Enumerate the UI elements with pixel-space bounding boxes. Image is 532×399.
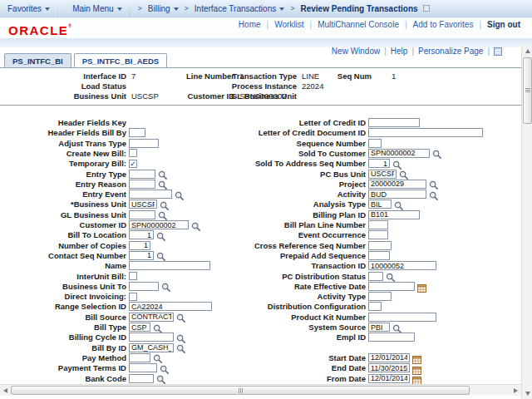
input-gl-business-unit[interactable] bbox=[129, 210, 155, 219]
input-event-occurrence[interactable] bbox=[368, 230, 388, 239]
scroll-left-button[interactable] bbox=[0, 385, 11, 396]
input-customer-id[interactable] bbox=[129, 220, 189, 229]
input-letter-of-credit-id[interactable] bbox=[368, 118, 420, 127]
input-pay-method[interactable] bbox=[129, 353, 150, 362]
lookup-icon-customer-id[interactable] bbox=[191, 220, 201, 230]
scroll-up-button[interactable] bbox=[522, 46, 532, 57]
checkbox-direct-invoicing[interactable] bbox=[129, 293, 137, 301]
input-rate-effective-date[interactable] bbox=[368, 282, 415, 291]
lookup-icon-bill-to-location[interactable] bbox=[156, 230, 166, 240]
lookup-icon-pay-method[interactable] bbox=[153, 352, 163, 362]
scroll-right-button[interactable] bbox=[510, 385, 521, 396]
vertical-scroll-thumb[interactable] bbox=[523, 57, 532, 124]
input-activity-type[interactable] bbox=[368, 292, 392, 301]
input-bill-by-id[interactable] bbox=[129, 343, 174, 352]
lookup-icon-activity[interactable] bbox=[429, 190, 439, 200]
input-business-unit-to[interactable] bbox=[129, 282, 159, 291]
link-new-window[interactable]: New Window bbox=[332, 47, 380, 56]
input-range-selection-id[interactable] bbox=[129, 302, 212, 311]
input-number-of-copies[interactable] bbox=[129, 241, 150, 250]
lookup-icon-bill-by-id[interactable] bbox=[176, 342, 186, 352]
tab-ps-intfc-bi-aeds[interactable]: PS_INTFC_BI_AEDS bbox=[74, 53, 167, 67]
link-personalize-page[interactable]: Personalize Page bbox=[418, 47, 483, 56]
input-payment-terms-id[interactable] bbox=[129, 363, 157, 372]
lookup-icon-entry-event[interactable] bbox=[175, 190, 185, 200]
input-cross-reference-seq-number[interactable] bbox=[368, 241, 392, 250]
lookup-icon-business-unit[interactable] bbox=[160, 200, 170, 209]
calendar-icon-start-date[interactable] bbox=[412, 352, 422, 362]
input-bill-to-location[interactable] bbox=[129, 230, 154, 239]
horizontal-scrollbar[interactable] bbox=[0, 384, 521, 395]
input-bill-type[interactable] bbox=[129, 323, 150, 332]
input-activity[interactable] bbox=[368, 190, 426, 199]
calendar-icon-rate-effective-date[interactable] bbox=[417, 281, 427, 291]
horizontal-scroll-thumb[interactable] bbox=[11, 386, 470, 395]
nav-sign-out[interactable]: Sign out bbox=[487, 20, 520, 29]
input-name[interactable] bbox=[129, 261, 210, 270]
nav-worklist[interactable]: Worklist bbox=[274, 20, 303, 29]
lookup-icon-analysis-type[interactable] bbox=[394, 200, 404, 209]
input-empl-id[interactable] bbox=[368, 332, 415, 342]
input-system-source[interactable] bbox=[368, 323, 390, 332]
input-billing-cycle-id[interactable] bbox=[129, 332, 174, 342]
calendar-icon-from-date[interactable] bbox=[412, 373, 422, 383]
input-contact-seq-number[interactable] bbox=[129, 251, 154, 260]
input-analysis-type[interactable] bbox=[368, 200, 392, 209]
input-letter-of-credit-document-id[interactable] bbox=[368, 128, 483, 137]
checkbox-create-new-bill[interactable] bbox=[129, 149, 137, 157]
input-billing-plan-id[interactable] bbox=[368, 210, 420, 219]
input-sold-to-address-seq-number[interactable] bbox=[368, 159, 390, 168]
input-prepaid-add-sequence[interactable] bbox=[368, 251, 390, 260]
tab-ps-intfc-bi[interactable]: PS_INTFC_BI bbox=[4, 53, 71, 67]
input-pc-distribution-status[interactable] bbox=[368, 272, 383, 281]
input-end-date[interactable] bbox=[368, 363, 410, 372]
lookup-icon-entry-type[interactable] bbox=[158, 169, 168, 179]
lookup-icon-project[interactable] bbox=[429, 179, 439, 189]
lookup-icon-pc-bus-unit[interactable] bbox=[399, 169, 409, 179]
breadcrumb-interface-transactions[interactable]: Interface Transactions bbox=[191, 0, 288, 17]
lookup-icon-business-unit-to[interactable] bbox=[161, 281, 171, 291]
lookup-icon-payment-terms-id[interactable] bbox=[160, 363, 170, 373]
nav-multichannel-console[interactable]: MultiChannel Console bbox=[318, 20, 399, 29]
checkbox-interunit-bill[interactable] bbox=[129, 272, 137, 280]
input-adjust-trans-type[interactable] bbox=[129, 139, 159, 148]
input-project[interactable] bbox=[368, 180, 426, 189]
input-product-kit-number[interactable] bbox=[368, 313, 436, 322]
lookup-icon-gl-business-unit[interactable] bbox=[158, 209, 168, 219]
input-sequence-number[interactable] bbox=[368, 139, 382, 148]
input-business-unit[interactable] bbox=[129, 200, 157, 209]
input-distribution-configuration[interactable] bbox=[368, 302, 382, 311]
checkbox-temporary-bill[interactable]: ✓ bbox=[129, 160, 137, 168]
lookup-icon-system-source[interactable] bbox=[392, 323, 402, 332]
input-entry-reason[interactable] bbox=[129, 180, 155, 189]
vertical-scrollbar[interactable] bbox=[521, 46, 532, 399]
lookup-icon-bill-type[interactable] bbox=[153, 323, 163, 332]
nav-add-to-favorites[interactable]: Add to Favorites bbox=[413, 20, 474, 29]
input-bank-code[interactable] bbox=[129, 374, 154, 383]
lookup-icon-sold-to-customer[interactable] bbox=[432, 148, 442, 158]
input-entry-event[interactable] bbox=[129, 190, 172, 199]
menu-favorites[interactable]: Favorites bbox=[0, 0, 57, 17]
lookup-icon-entry-reason[interactable] bbox=[158, 179, 168, 189]
input-entry-type[interactable] bbox=[129, 170, 155, 179]
lookup-icon-sold-to-address-seq-number[interactable] bbox=[392, 159, 402, 169]
lookup-icon-contact-seq-number[interactable] bbox=[156, 250, 166, 260]
input-sold-to-customer[interactable] bbox=[368, 149, 430, 158]
input-header-fields-bill-by[interactable] bbox=[129, 128, 145, 137]
lookup-icon-bill-source[interactable] bbox=[176, 312, 186, 322]
lookup-icon-bank-code[interactable] bbox=[156, 373, 166, 383]
input-bill-source[interactable] bbox=[129, 313, 174, 322]
link-help[interactable]: Help bbox=[391, 47, 408, 56]
input-pc-bus-unit[interactable] bbox=[368, 170, 397, 179]
lookup-icon-billing-cycle-id[interactable] bbox=[176, 332, 186, 342]
input-transaction-id[interactable] bbox=[368, 261, 436, 270]
breadcrumb-billing[interactable]: Billing bbox=[145, 0, 182, 17]
input-from-date[interactable] bbox=[368, 374, 410, 383]
input-start-date[interactable] bbox=[368, 353, 410, 362]
personalize-layout-icon[interactable] bbox=[494, 47, 502, 56]
scroll-down-button[interactable] bbox=[522, 388, 532, 399]
calendar-icon-end-date[interactable] bbox=[412, 363, 422, 373]
lookup-icon-pc-distribution-status[interactable] bbox=[386, 271, 396, 281]
nav-home[interactable]: Home bbox=[239, 20, 261, 29]
input-bill-plan-line-number[interactable] bbox=[368, 220, 388, 229]
